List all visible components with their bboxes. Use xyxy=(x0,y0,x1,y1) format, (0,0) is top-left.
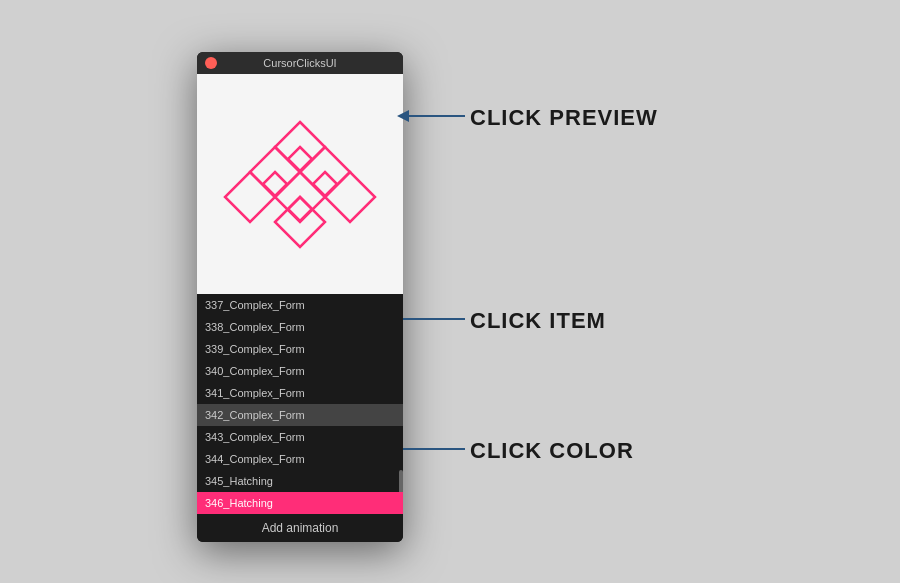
svg-marker-8 xyxy=(263,172,287,196)
list-item[interactable]: 339_Complex_Form xyxy=(197,338,403,360)
add-animation-button[interactable]: Add animation xyxy=(197,514,403,542)
preview-area[interactable] xyxy=(197,74,403,294)
list-area: 337_Complex_Form338_Complex_Form339_Comp… xyxy=(197,294,403,542)
svg-marker-10 xyxy=(288,197,312,221)
label-click-color: CLICK COLOR xyxy=(470,438,634,464)
label-click-item: CLICK ITEM xyxy=(470,308,606,334)
list-item[interactable]: 337_Complex_Form xyxy=(197,294,403,316)
annotation-arrows xyxy=(0,0,900,583)
list-item[interactable]: 340_Complex_Form xyxy=(197,360,403,382)
svg-marker-9 xyxy=(313,172,337,196)
app-window: CursorClicksUI xyxy=(197,52,403,542)
list-item[interactable]: 346_Hatching xyxy=(197,492,403,514)
label-click-preview: CLICK PREVIEW xyxy=(470,105,658,131)
list-item[interactable]: 345_Hatching xyxy=(197,470,403,492)
svg-marker-7 xyxy=(288,147,312,171)
list-item[interactable]: 343_Complex_Form xyxy=(197,426,403,448)
list-item[interactable]: 344_Complex_Form xyxy=(197,448,403,470)
window-title: CursorClicksUI xyxy=(205,57,395,69)
preview-svg xyxy=(220,104,380,264)
list-item[interactable]: 338_Complex_Form xyxy=(197,316,403,338)
list-item[interactable]: 341_Complex_Form xyxy=(197,382,403,404)
list-container: 337_Complex_Form338_Complex_Form339_Comp… xyxy=(197,294,403,514)
title-bar: CursorClicksUI xyxy=(197,52,403,74)
list-item[interactable]: 342_Complex_Form xyxy=(197,404,403,426)
